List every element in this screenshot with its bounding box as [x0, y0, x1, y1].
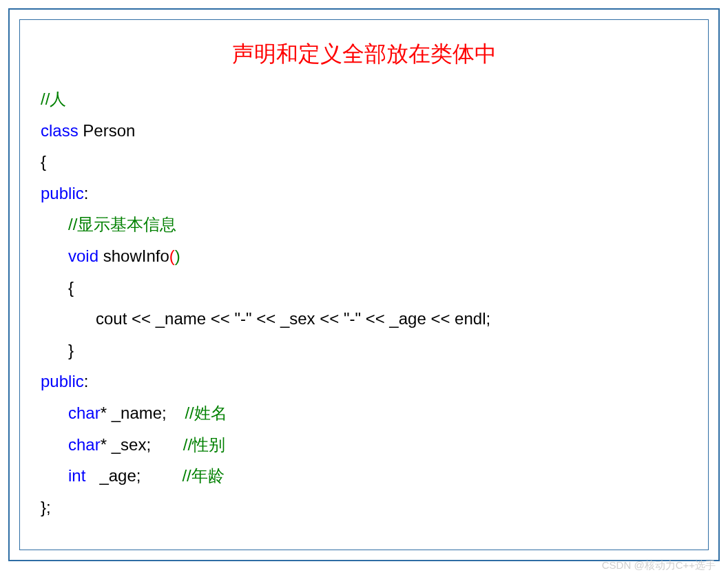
keyword-void: void — [68, 247, 98, 265]
keyword-char-2: char — [68, 435, 101, 454]
paren-close: ) — [175, 247, 180, 265]
code-block: //人 class Person { public: //显示基本信息 void… — [41, 83, 687, 523]
comment-showinfo: //显示基本信息 — [68, 215, 176, 233]
keyword-public-2: public — [41, 372, 84, 390]
paren-open: ( — [169, 247, 175, 265]
name-decl: * _name; — [101, 404, 167, 422]
document-title: 声明和定义全部放在类体中 — [41, 39, 687, 70]
keyword-public-1: public — [41, 184, 84, 202]
keyword-char-1: char — [68, 404, 101, 422]
age-decl: _age; — [85, 466, 141, 485]
outer-frame: 声明和定义全部放在类体中 //人 class Person { public: … — [8, 8, 720, 561]
function-brace-open: { — [68, 278, 74, 297]
function-brace-close: } — [68, 341, 74, 359]
keyword-class: class — [41, 121, 79, 140]
comment-sex: //性别 — [183, 435, 225, 454]
keyword-int: int — [68, 466, 85, 485]
brace-open: { — [41, 152, 46, 171]
colon-1: : — [84, 184, 89, 202]
watermark: CSDN @核动力C++选手 — [602, 559, 716, 572]
comment-person: //人 — [41, 90, 66, 108]
inner-frame: 声明和定义全部放在类体中 //人 class Person { public: … — [19, 19, 709, 550]
function-name: showInfo — [98, 247, 169, 265]
comment-age: //年龄 — [182, 466, 224, 485]
colon-2: : — [84, 372, 89, 390]
class-name: Person — [79, 121, 136, 140]
cout-line: cout << _name << "-" << _sex << "-" << _… — [96, 309, 490, 328]
comment-name: //姓名 — [185, 404, 227, 422]
sex-decl: * _sex; — [101, 435, 151, 454]
brace-close: }; — [41, 498, 51, 516]
